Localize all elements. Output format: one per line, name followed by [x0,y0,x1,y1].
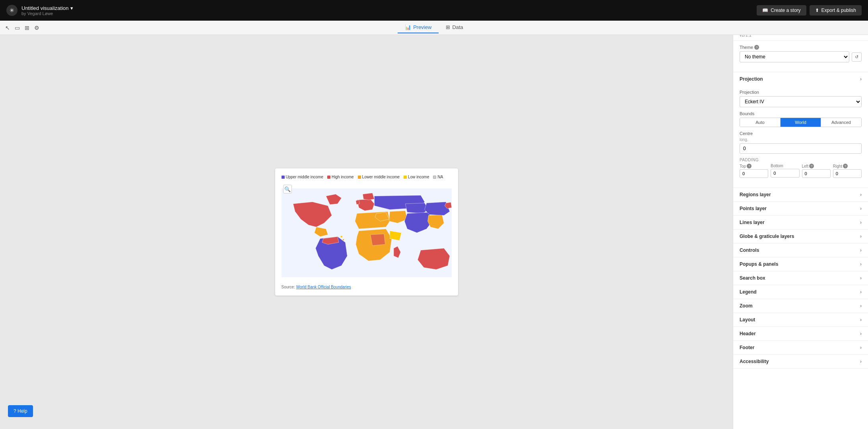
zoom-header[interactable]: Zoom [733,299,868,313]
map-legend: Upper middle income High income Lower mi… [282,175,452,179]
preview-chart-icon: 📊 [405,24,411,30]
logo: ✳ [6,5,17,16]
header-section-header[interactable]: Header [733,327,868,340]
padding-right-help-icon[interactable]: ? [843,164,848,168]
centre-label: Centre [740,131,862,136]
settings-tool[interactable]: ⚙ [33,23,41,32]
theme-help-icon[interactable]: ? [754,45,759,50]
padding-top-help-icon[interactable]: ? [747,164,751,168]
popups-panels-header[interactable]: Popups & panels [733,257,868,271]
lines-layer-header[interactable]: Lines layer [733,216,868,229]
padding-left-help-icon[interactable]: ? [809,164,814,168]
section-projection: Projection Projection Eckert IV Mercator… [733,72,868,188]
projection-section-content: Projection Eckert IV Mercator Natural Ea… [733,86,868,187]
popups-expand-icon [860,261,862,267]
bounds-world-button[interactable]: World [781,118,821,127]
theme-select[interactable]: No theme Light Dark [740,51,849,62]
layout-expand-icon [860,317,862,323]
bounds-advanced-button[interactable]: Advanced [821,118,861,127]
regions-layer-header[interactable]: Regions layer [733,188,868,201]
accessibility-header[interactable]: Accessibility [733,355,868,368]
theme-select-row: No theme Light Dark ↺ [740,51,862,62]
world-map-svg [282,183,452,282]
topbar-right: 📖 Create a story ⬆ Export & publish [757,5,862,15]
footer-expand-icon [860,345,862,350]
source-link[interactable]: World Bank Official Boundaries [296,285,351,289]
legend-label-low: Low income [408,175,429,179]
padding-group: PADDING Top ? Bottom [740,158,862,178]
padding-right-label: Right ? [833,164,862,168]
theme-form-group: Theme ? No theme Light Dark ↺ [740,45,862,62]
viz-title-text: Untitled visualization [21,5,69,11]
centre-sublabel: long. [740,137,862,142]
section-popups-panels: Popups & panels [733,257,868,271]
data-grid-icon: ⊞ [446,24,450,30]
section-theme: Theme ? No theme Light Dark ↺ [733,41,868,72]
legend-na: NA [433,175,443,179]
title-block: Untitled visualization ▾ by Vegard Løwe [21,5,73,16]
legend-label-upper-middle: Upper middle income [286,175,324,179]
padding-top-input[interactable] [740,169,768,178]
zoom-expand-icon [860,303,862,309]
story-icon: 📖 [762,8,768,13]
legend-dot-na [433,176,436,179]
topbar-left: ✳ Untitled visualization ▾ by Vegard Løw… [6,5,73,16]
projection-select[interactable]: Eckert IV Mercator Natural Earth Orthogr… [740,96,862,107]
legend-label-high: High income [332,175,354,179]
create-story-button[interactable]: 📖 Create a story [757,5,806,15]
pointer-tool[interactable]: ↖ [4,23,11,32]
legend-dot-upper-middle [282,176,285,179]
theme-reset-button[interactable]: ↺ [852,52,862,62]
projection-select-group: Projection Eckert IV Mercator Natural Ea… [740,90,862,107]
projection-expand-icon [860,76,862,82]
map-container: 🔍 [282,183,452,282]
layout-header[interactable]: Layout [733,313,868,327]
grid-tool[interactable]: ⊞ [23,23,31,32]
toolbar: ↖ ▭ ⊞ ⚙ 📊 Preview ⊞ Data [0,21,868,35]
svg-point-1 [340,236,342,238]
controls-header[interactable]: Controls [733,243,868,257]
legend-label-na: NA [437,175,443,179]
globe-expand-icon [860,234,862,239]
bounds-auto-button[interactable]: Auto [740,118,781,127]
legend-dot-lower-middle [358,176,361,179]
centre-group: Centre long. [740,131,862,154]
bounds-label: Bounds [740,111,862,116]
right-panel: Projection map v2/1.1 Theme ? No theme L… [733,21,868,429]
globe-graticule-header[interactable]: Globe & graticule layers [733,230,868,243]
projection-field-label: Projection [740,90,862,95]
viz-title[interactable]: Untitled visualization ▾ [21,5,73,11]
padding-bottom-label: Bottom [771,164,799,168]
zoom-button[interactable]: 🔍 [283,185,292,193]
legend-upper-middle: Upper middle income [282,175,324,179]
padding-left-col: Left ? [802,164,831,178]
section-theme-content: Theme ? No theme Light Dark ↺ [733,41,868,72]
legend-lower-middle: Lower middle income [358,175,400,179]
section-header: Header [733,327,868,341]
padding-right-input[interactable] [833,169,862,178]
footer-section-header[interactable]: Footer [733,341,868,354]
section-lines-layer: Lines layer [733,216,868,230]
legend-header[interactable]: Legend [733,285,868,299]
controls-expand-icon [860,247,862,253]
lines-expand-icon [860,220,862,225]
map-card: Upper middle income High income Lower mi… [275,168,458,296]
points-layer-header[interactable]: Points layer [733,202,868,215]
section-layout: Layout [733,313,868,327]
export-publish-button[interactable]: ⬆ Export & publish [810,5,862,15]
legend-dot-high [327,176,330,179]
help-button[interactable]: ? Help [8,405,33,417]
svg-point-2 [342,239,344,241]
projection-section-header[interactable]: Projection [733,72,868,86]
frame-tool[interactable]: ▭ [14,23,21,32]
search-box-header[interactable]: Search box [733,271,868,285]
main-canvas: Upper middle income High income Lower mi… [0,35,733,429]
centre-input[interactable] [740,143,862,154]
padding-bottom-input[interactable] [771,169,799,178]
section-controls: Controls [733,243,868,257]
padding-left-input[interactable] [802,169,831,178]
header-expand-icon [860,331,862,336]
tab-preview[interactable]: 📊 Preview [398,22,439,33]
tab-data[interactable]: ⊞ Data [439,22,470,33]
section-legend: Legend [733,285,868,299]
